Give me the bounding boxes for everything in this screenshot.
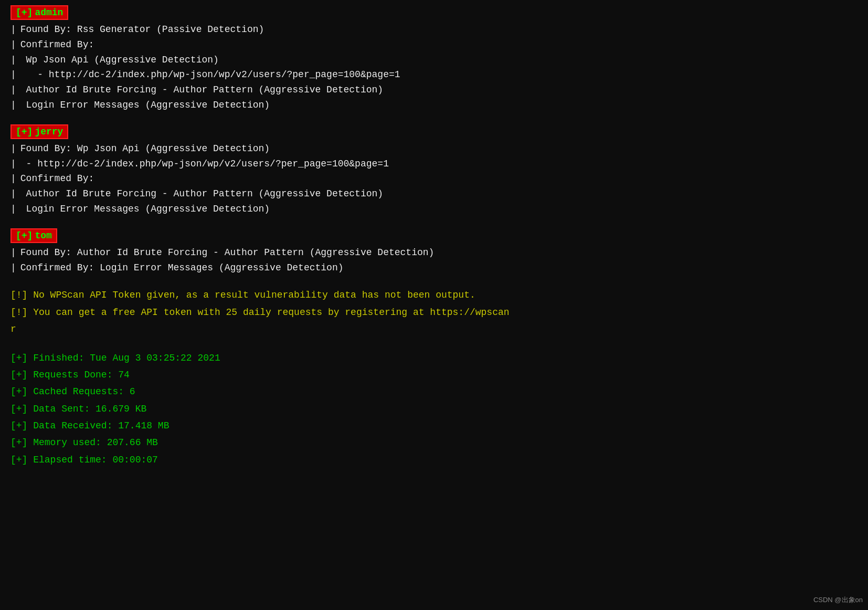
warning-continuation-text: r: [10, 324, 16, 334]
stat-cached-requests: [+] Cached Requests: 6: [10, 383, 858, 400]
username-tom: tom: [35, 230, 51, 241]
user-header-tom: [+] tom: [10, 228, 57, 243]
confirmed-by-text-tom: Confirmed By: Login Error Messages (Aggr…: [20, 260, 344, 276]
confirmed-method-text-1-jerry: Author Id Brute Forcing - Author Pattern…: [20, 186, 383, 202]
pipe-icon: |: [10, 260, 16, 276]
user-header-admin: [+] admin: [10, 5, 68, 20]
warnings-block: [!] No WPScan API Token given, as a resu…: [10, 287, 858, 338]
stat-finished: [+] Finished: Tue Aug 3 03:25:22 2021: [10, 350, 858, 366]
username-admin: admin: [35, 7, 63, 18]
pipe-icon: |: [10, 52, 16, 68]
confirmed-url-admin: | - http://dc-2/index.php/wp-json/wp/v2/…: [10, 67, 858, 82]
user-block-admin: [+] admin | Found By: Rss Generator (Pas…: [10, 5, 858, 113]
pipe-icon: |: [10, 67, 16, 82]
found-by-url-jerry: | - http://dc-2/index.php/wp-json/wp/v2/…: [10, 156, 858, 172]
confirmed-label-text-jerry: Confirmed By:: [20, 171, 94, 186]
separator-3: [10, 278, 858, 287]
username-jerry: jerry: [35, 127, 63, 137]
confirmed-method-text-3-admin: Login Error Messages (Aggressive Detecti…: [20, 98, 270, 113]
found-by-text-admin: Found By: Rss Generator (Passive Detecti…: [20, 22, 264, 37]
confirmed-method-2-jerry: | Login Error Messages (Aggressive Detec…: [10, 202, 858, 217]
pipe-icon: |: [10, 98, 16, 113]
stats-block: [+] Finished: Tue Aug 3 03:25:22 2021 [+…: [10, 350, 858, 469]
bracket-icon-jerry: [+]: [16, 127, 33, 137]
confirmed-method-text-2-admin: Author Id Brute Forcing - Author Pattern…: [20, 82, 383, 98]
pipe-icon: |: [10, 245, 16, 260]
warning-continuation: r: [10, 321, 858, 338]
confirmed-by-line-tom: | Confirmed By: Login Error Messages (Ag…: [10, 260, 858, 276]
user-block-tom: [+] tom | Found By: Author Id Brute Forc…: [10, 228, 858, 276]
bracket-icon-tom: [+]: [16, 230, 33, 241]
success-bracket-elapsed: [+]: [10, 455, 27, 465]
stat-finished-text: Finished: Tue Aug 3 03:25:22 2021: [33, 353, 220, 363]
pipe-icon: |: [10, 141, 16, 156]
stat-elapsed-text: Elapsed time: 00:00:07: [33, 455, 158, 465]
user-header-jerry: [+] jerry: [10, 124, 68, 139]
stat-data-received-text: Data Received: 17.418 MB: [33, 420, 169, 431]
warning-text-1: No WPScan API Token given, as a result v…: [33, 290, 475, 300]
stat-memory-text: Memory used: 207.66 MB: [33, 437, 158, 448]
success-bracket-memory: [+]: [10, 437, 27, 448]
pipe-icon: |: [10, 156, 16, 172]
stat-data-sent-text: Data Sent: 16.679 KB: [33, 404, 146, 414]
confirmed-url-text-admin: - http://dc-2/index.php/wp-json/wp/v2/us…: [20, 67, 400, 82]
stat-requests-done-text: Requests Done: 74: [33, 370, 130, 380]
confirmed-method-1-admin: | Wp Json Api (Aggressive Detection): [10, 52, 858, 68]
found-by-url-text-jerry: - http://dc-2/index.php/wp-json/wp/v2/us…: [20, 156, 389, 172]
separator-4: [10, 341, 858, 350]
stat-data-sent: [+] Data Sent: 16.679 KB: [10, 401, 858, 417]
confirmed-method-1-jerry: | Author Id Brute Forcing - Author Patte…: [10, 186, 858, 202]
warning-bracket-1: [!]: [10, 290, 27, 300]
found-by-line-jerry: | Found By: Wp Json Api (Aggressive Dete…: [10, 141, 858, 156]
stat-memory-used: [+] Memory used: 207.66 MB: [10, 434, 858, 451]
success-bracket-data-sent: [+]: [10, 404, 27, 414]
confirmed-by-label-jerry: | Confirmed By:: [10, 171, 858, 186]
separator-1: [10, 116, 858, 124]
confirmed-by-label-admin: | Confirmed By:: [10, 37, 858, 52]
pipe-icon: |: [10, 171, 16, 186]
confirmed-method-2-admin: | Author Id Brute Forcing - Author Patte…: [10, 82, 858, 98]
found-by-text-tom: Found By: Author Id Brute Forcing - Auth…: [20, 245, 435, 260]
pipe-icon: |: [10, 22, 16, 37]
confirmed-method-text-2-jerry: Login Error Messages (Aggressive Detecti…: [20, 202, 270, 217]
stat-elapsed-time: [+] Elapsed time: 00:00:07: [10, 451, 858, 468]
watermark: CSDN @出象on: [813, 595, 863, 605]
warning-line-1: [!] No WPScan API Token given, as a resu…: [10, 287, 858, 303]
pipe-icon: |: [10, 202, 16, 217]
bracket-icon-admin: [+]: [16, 7, 33, 18]
found-by-line-admin: | Found By: Rss Generator (Passive Detec…: [10, 22, 858, 37]
confirmed-label-text-admin: Confirmed By:: [20, 37, 94, 52]
success-bracket-requests-done: [+]: [10, 370, 27, 380]
found-by-text-jerry: Found By: Wp Json Api (Aggressive Detect…: [20, 141, 270, 156]
pipe-icon: |: [10, 186, 16, 202]
stat-data-received: [+] Data Received: 17.418 MB: [10, 417, 858, 434]
separator-2: [10, 220, 858, 228]
found-by-line-tom: | Found By: Author Id Brute Forcing - Au…: [10, 245, 858, 260]
warning-text-2: You can get a free API token with 25 dai…: [33, 307, 509, 318]
success-bracket-cached: [+]: [10, 386, 27, 397]
success-bracket-data-received: [+]: [10, 420, 27, 431]
stat-cached-text: Cached Requests: 6: [33, 386, 135, 397]
stat-requests-done: [+] Requests Done: 74: [10, 366, 858, 383]
user-block-jerry: [+] jerry | Found By: Wp Json Api (Aggre…: [10, 124, 858, 217]
pipe-icon: |: [10, 37, 16, 52]
confirmed-method-text-1-admin: Wp Json Api (Aggressive Detection): [20, 52, 219, 68]
success-bracket-finished: [+]: [10, 353, 27, 363]
warning-line-2: [!] You can get a free API token with 25…: [10, 304, 858, 321]
confirmed-method-3-admin: | Login Error Messages (Aggressive Detec…: [10, 98, 858, 113]
warning-bracket-2: [!]: [10, 307, 27, 318]
pipe-icon: |: [10, 82, 16, 98]
